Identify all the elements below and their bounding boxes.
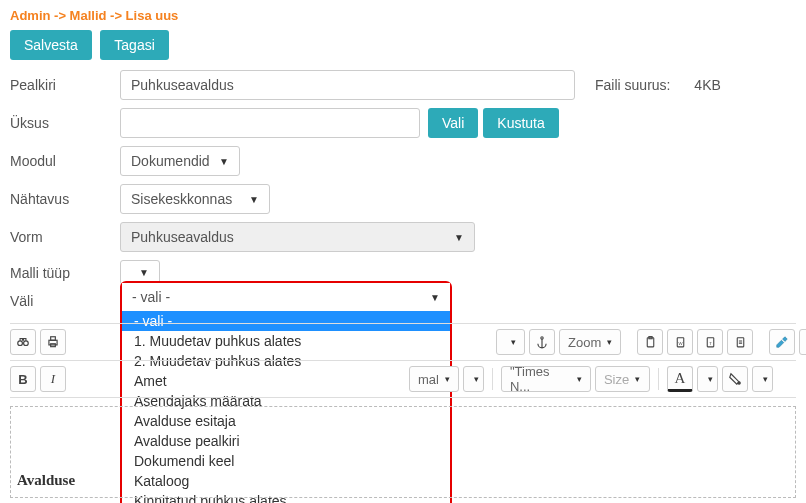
chevron-down-icon: ▾ <box>763 374 768 384</box>
font-color-options[interactable]: ▾ <box>697 366 718 392</box>
delete-button[interactable]: Kustuta <box>483 108 558 138</box>
label-module: Moodul <box>10 153 120 169</box>
label-visibility: Nähtavus <box>10 191 120 207</box>
size-select[interactable]: Size ▾ <box>595 366 650 392</box>
print-icon[interactable] <box>40 329 66 355</box>
file-size-label: Faili suurus: <box>595 77 670 93</box>
editor-canvas[interactable]: Avalduse <box>10 406 796 498</box>
svg-rect-12 <box>737 338 744 347</box>
unit-input[interactable] <box>120 108 420 138</box>
chevron-down-icon: ▾ <box>635 374 640 384</box>
svg-text:T: T <box>709 341 712 346</box>
brush-icon[interactable] <box>769 329 795 355</box>
breadcrumb-sep1: -> <box>50 8 69 23</box>
breadcrumb-mallid[interactable]: Mallid <box>70 8 107 23</box>
font-color-button[interactable]: A <box>667 366 693 392</box>
row-form: Vorm Puhkuseavaldus ▼ <box>10 222 796 252</box>
row-visibility: Nähtavus Sisekeskkonnas ▼ <box>10 184 796 214</box>
paragraph-style-select[interactable]: mal ▾ <box>409 366 459 392</box>
module-select-value: Dokumendid <box>131 153 210 169</box>
bgcolor-options[interactable]: ▾ <box>752 366 773 392</box>
paste-plain-icon[interactable] <box>727 329 753 355</box>
label-unit: Üksus <box>10 115 120 131</box>
chevron-down-icon: ▼ <box>454 232 464 243</box>
editor-toolbar-row2: B I mal ▾ ▾ "Times N... ▾ Size ▾ A ▾ <box>10 361 796 398</box>
paste-word-icon[interactable]: W <box>667 329 693 355</box>
row-title: Pealkiri Faili suurus: 4KB <box>10 70 796 100</box>
chevron-down-icon: ▾ <box>474 374 479 384</box>
form-select-value: Puhkuseavaldus <box>131 229 234 245</box>
toolbar-separator <box>492 368 493 390</box>
paste-text-icon[interactable]: T <box>697 329 723 355</box>
svg-text:W: W <box>678 341 683 346</box>
toolbar-separator <box>658 368 659 390</box>
label-template-type: Malli tüüp <box>10 265 120 281</box>
chevron-down-icon: ▾ <box>577 374 582 384</box>
binoculars-icon[interactable] <box>10 329 36 355</box>
editor-toolbar-row1: ▾ Zoom ▾ W T ▾ <box>10 323 796 361</box>
brush-options[interactable]: ▾ <box>799 329 806 355</box>
label-form: Vorm <box>10 229 120 245</box>
clipboard-icon[interactable] <box>637 329 663 355</box>
field-select-closed[interactable]: - vali - ▼ <box>122 283 450 311</box>
chevron-down-icon: ▼ <box>430 292 440 303</box>
form-select[interactable]: Puhkuseavaldus ▼ <box>120 222 475 252</box>
paragraph-style-options[interactable]: ▾ <box>463 366 484 392</box>
size-select-value: Size <box>604 372 629 387</box>
bgcolor-button[interactable] <box>722 366 748 392</box>
breadcrumb-admin[interactable]: Admin <box>10 8 50 23</box>
toolbar-select-1[interactable]: ▾ <box>496 329 525 355</box>
module-select[interactable]: Dokumendid ▼ <box>120 146 240 176</box>
breadcrumb-lisauus: Lisa uus <box>126 8 179 23</box>
action-buttons: Salvesta Tagasi <box>10 30 796 60</box>
back-button[interactable]: Tagasi <box>100 30 168 60</box>
title-input[interactable] <box>120 70 575 100</box>
row-module: Moodul Dokumendid ▼ <box>10 146 796 176</box>
visibility-select[interactable]: Sisekeskkonnas ▼ <box>120 184 270 214</box>
svg-point-0 <box>18 341 23 346</box>
breadcrumb: Admin -> Mallid -> Lisa uus <box>10 8 796 23</box>
chevron-down-icon: ▼ <box>249 194 259 205</box>
file-size-value: 4KB <box>694 77 720 93</box>
breadcrumb-sep2: -> <box>106 8 125 23</box>
svg-point-13 <box>738 382 740 384</box>
font-select[interactable]: "Times N... ▾ <box>501 366 591 392</box>
chevron-down-icon: ▾ <box>445 374 450 384</box>
label-title: Pealkiri <box>10 77 120 93</box>
chevron-down-icon: ▾ <box>607 337 612 347</box>
svg-point-5 <box>541 337 543 339</box>
paragraph-style-value: mal <box>418 372 439 387</box>
svg-point-1 <box>24 341 29 346</box>
chevron-down-icon: ▾ <box>511 337 516 347</box>
save-button[interactable]: Salvesta <box>10 30 92 60</box>
doc-heading-fragment: Avalduse <box>17 472 789 489</box>
zoom-label: Zoom <box>568 335 601 350</box>
chevron-down-icon: ▼ <box>219 156 229 167</box>
italic-button[interactable]: I <box>40 366 66 392</box>
chevron-down-icon: ▾ <box>708 374 713 384</box>
anchor-icon[interactable] <box>529 329 555 355</box>
row-unit: Üksus Vali Kustuta <box>10 108 796 138</box>
field-select-placeholder: - vali - <box>132 289 170 305</box>
chevron-down-icon: ▼ <box>139 267 149 278</box>
visibility-select-value: Sisekeskkonnas <box>131 191 232 207</box>
bold-button[interactable]: B <box>10 366 36 392</box>
choose-button[interactable]: Vali <box>428 108 478 138</box>
zoom-select[interactable]: Zoom ▾ <box>559 329 621 355</box>
svg-rect-3 <box>51 337 56 341</box>
font-select-value: "Times N... <box>510 364 571 394</box>
